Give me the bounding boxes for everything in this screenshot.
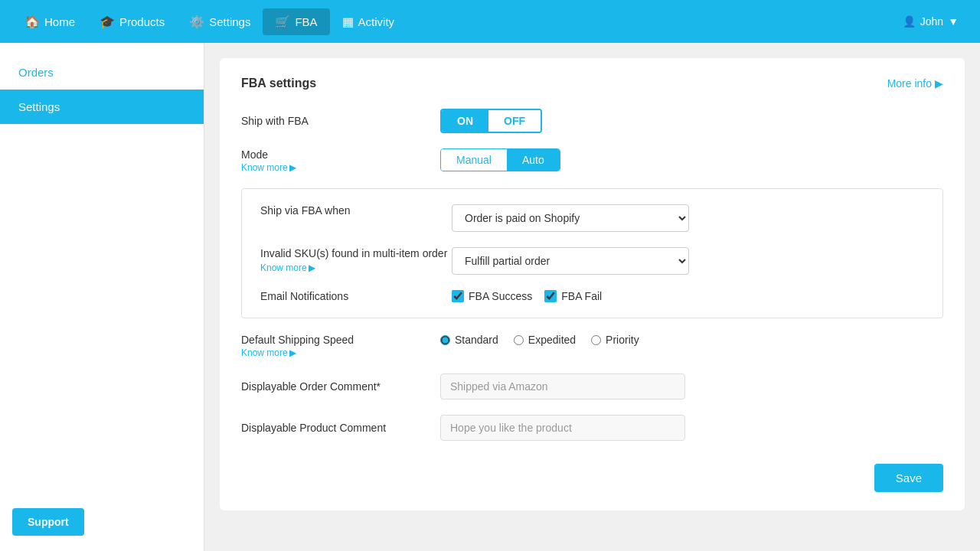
speed-priority-radio[interactable] [591, 335, 601, 345]
speed-expedited-label: Expedited [528, 334, 576, 346]
shipping-speed-radios: Standard Expedited Priority [440, 334, 639, 346]
activity-icon: ▦ [342, 15, 354, 29]
shipping-speed-row: Default Shipping Speed Know more ▶ Stand… [241, 334, 943, 358]
support-button[interactable]: Support [12, 508, 84, 536]
mode-auto-button[interactable]: Auto [507, 149, 560, 171]
invalid-sku-know-more-label: Know more [260, 262, 307, 273]
mode-know-more-link[interactable]: Know more ▶ [241, 162, 296, 173]
shipping-speed-know-more-link[interactable]: Know more ▶ [241, 347, 296, 358]
fba-fail-label: FBA Fail [561, 290, 602, 302]
chevron-down-icon: ▼ [948, 15, 959, 28]
more-info-label: More info [887, 77, 932, 90]
sidebar: Orders Settings [0, 43, 204, 551]
chevron-right-small-icon: ▶ [289, 162, 296, 173]
ship-via-row: Ship via FBA when Order is paid on Shopi… [260, 204, 924, 232]
fba-fail-checkbox[interactable] [544, 290, 557, 302]
save-button[interactable]: Save [874, 464, 943, 492]
user-menu[interactable]: 👤 John ▼ [893, 9, 968, 34]
speed-expedited-item[interactable]: Expedited [514, 334, 576, 346]
invalid-sku-label: Invalid SKU(s) found in multi-item order [260, 247, 452, 259]
invalid-sku-select[interactable]: Fulfill partial order Do not fulfill Can… [452, 247, 689, 275]
speed-priority-label: Priority [606, 334, 639, 346]
fba-success-checkbox-item[interactable]: FBA Success [452, 290, 532, 302]
email-notifications-row: Email Notifications FBA Success FBA Fail [260, 290, 924, 302]
nav-fba-label: FBA [295, 15, 317, 28]
speed-standard-radio[interactable] [440, 335, 450, 345]
sidebar-item-settings[interactable]: Settings [0, 90, 204, 124]
nav-home-label: Home [44, 15, 75, 28]
speed-standard-item[interactable]: Standard [440, 334, 498, 346]
order-comment-label: Displayable Order Comment* [241, 380, 440, 393]
invalid-sku-know-more-link[interactable]: Know more ▶ [260, 262, 315, 273]
sidebar-orders-label: Orders [18, 66, 54, 79]
nav-fba[interactable]: 🛒 FBA [263, 8, 329, 35]
ship-via-label: Ship via FBA when [260, 204, 452, 217]
toggle-off-button[interactable]: OFF [488, 110, 541, 132]
order-comment-row: Displayable Order Comment* [241, 373, 943, 399]
chevron-right-speed-icon: ▶ [289, 347, 296, 358]
product-comment-label: Displayable Product Comment [241, 422, 440, 434]
fba-conditions-card: Ship via FBA when Order is paid on Shopi… [241, 188, 943, 318]
products-icon: 🎓 [100, 15, 115, 29]
speed-expedited-radio[interactable] [514, 335, 524, 345]
nav-settings[interactable]: ⚙️ Settings [177, 8, 263, 35]
shipping-speed-know-more-label: Know more [241, 347, 288, 358]
main-content: FBA settings More info ▶ Ship with FBA O… [204, 43, 980, 551]
nav-settings-label: Settings [209, 15, 250, 28]
card-header: FBA settings More info ▶ [241, 77, 943, 90]
sidebar-settings-label: Settings [18, 100, 60, 113]
mode-manual-button[interactable]: Manual [441, 149, 507, 171]
nav-activity-label: Activity [358, 15, 395, 28]
product-comment-row: Displayable Product Comment [241, 415, 943, 441]
speed-priority-item[interactable]: Priority [591, 334, 639, 346]
toggle-on-button[interactable]: ON [442, 110, 488, 132]
product-comment-input[interactable] [440, 415, 685, 441]
ship-via-select[interactable]: Order is paid on Shopify Order is placed… [452, 204, 689, 232]
user-icon: 👤 [903, 15, 916, 28]
username-label: John [920, 15, 943, 28]
nav-home[interactable]: 🏠 Home [12, 8, 87, 35]
home-icon: 🏠 [24, 15, 40, 29]
mode-toggle: Manual Auto [440, 148, 560, 171]
shipping-speed-label: Default Shipping Speed [241, 334, 440, 346]
fba-success-checkbox[interactable] [452, 290, 464, 302]
mode-label: Mode [241, 148, 440, 161]
ship-fba-toggle: ON OFF [440, 109, 542, 133]
fba-icon: 🛒 [275, 15, 290, 29]
mode-row: Mode Know more ▶ Manual Auto [241, 148, 943, 173]
fba-settings-card: FBA settings More info ▶ Ship with FBA O… [220, 58, 965, 510]
nav-activity[interactable]: ▦ Activity [330, 8, 407, 35]
invalid-sku-row: Invalid SKU(s) found in multi-item order… [260, 247, 924, 275]
ship-with-fba-label: Ship with FBA [241, 115, 440, 127]
ship-with-fba-row: Ship with FBA ON OFF [241, 109, 943, 133]
more-info-link[interactable]: More info ▶ [887, 77, 943, 90]
order-comment-input[interactable] [440, 373, 685, 399]
fba-success-label: FBA Success [469, 290, 532, 302]
nav-products[interactable]: 🎓 Products [87, 8, 177, 35]
sidebar-item-orders[interactable]: Orders [0, 55, 204, 90]
settings-icon: ⚙️ [189, 15, 204, 29]
card-title: FBA settings [241, 77, 316, 90]
mode-know-more-label: Know more [241, 162, 288, 173]
email-checkboxes: FBA Success FBA Fail [452, 290, 602, 302]
page-layout: Orders Settings FBA settings More info ▶… [0, 43, 980, 551]
speed-standard-label: Standard [455, 334, 498, 346]
save-row: Save [241, 456, 943, 492]
chevron-right-sku-icon: ▶ [309, 262, 315, 273]
navbar: 🏠 Home 🎓 Products ⚙️ Settings 🛒 FBA ▦ Ac… [0, 0, 980, 43]
email-notifications-label: Email Notifications [260, 290, 452, 302]
chevron-right-icon: ▶ [935, 77, 943, 90]
fba-fail-checkbox-item[interactable]: FBA Fail [544, 290, 602, 302]
nav-products-label: Products [119, 15, 165, 28]
